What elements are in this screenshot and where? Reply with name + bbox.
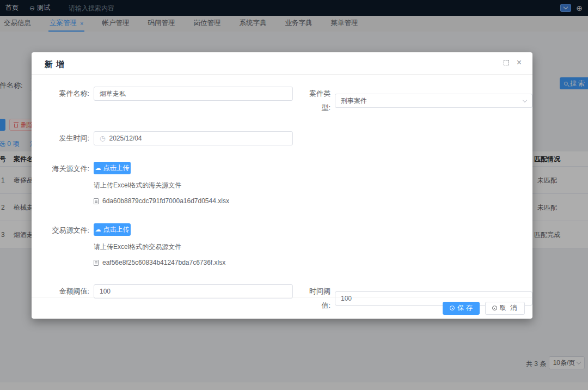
- close-icon[interactable]: ×: [517, 59, 522, 66]
- document-icon: [94, 198, 99, 204]
- circle-check-icon: [450, 306, 455, 310]
- trade-upload-tip: 请上传Excel格式的交易源文件: [94, 242, 225, 252]
- case-name-label: 案件名称:: [45, 87, 94, 101]
- clock-icon: ◷: [100, 135, 105, 142]
- chevron-down-icon: [523, 97, 527, 102]
- case-name-field-group: 案件名称:: [45, 87, 293, 101]
- trade-file-item[interactable]: eaf56e8f25c60834b41247bda7c6736f.xlsx: [94, 259, 225, 266]
- cloud-upload-icon: ☁: [95, 165, 101, 171]
- occur-time-field-group: 发生时间: ◷ 2025/12/04: [45, 131, 293, 145]
- dialog-header: 新 增 ×: [32, 52, 532, 75]
- trade-file-name: eaf56e8f25c60834b41247bda7c6736f.xlsx: [102, 259, 225, 266]
- save-button[interactable]: 保 存: [443, 302, 479, 315]
- trade-file-label: 交易源文件:: [45, 223, 94, 237]
- customs-upload-tip: 请上传Excel格式的海关源文件: [94, 181, 229, 190]
- case-name-input[interactable]: [94, 87, 293, 101]
- dialog-footer: 保 存 取 消: [32, 297, 532, 319]
- circle-close-icon: [492, 306, 497, 310]
- fullscreen-icon[interactable]: [504, 60, 509, 65]
- add-case-dialog: 新 增 × 案件名称: 案件类型: 刑事案件 发生时间: ◷ 2025/12/0…: [32, 52, 532, 319]
- trade-file-field-group: 交易源文件: ☁ 点击上传 请上传Excel格式的交易源文件 eaf56e8f2…: [45, 223, 225, 266]
- trade-upload-button[interactable]: ☁ 点击上传: [94, 223, 131, 236]
- case-type-value: 刑事案件: [341, 96, 523, 106]
- cloud-upload-icon: ☁: [95, 227, 101, 233]
- occur-time-label: 发生时间:: [45, 131, 94, 145]
- customs-file-name: 6da60b8879cdc791fd7000a16d7d0544.xlsx: [102, 197, 229, 205]
- customs-file-field-group: 海关源文件: ☁ 点击上传 请上传Excel格式的海关源文件 6da60b887…: [45, 162, 229, 205]
- case-type-field-group: 案件类型: 刑事案件: [303, 87, 532, 115]
- customs-file-item[interactable]: 6da60b8879cdc791fd7000a16d7d0544.xlsx: [94, 197, 229, 205]
- case-type-label: 案件类型:: [303, 87, 335, 115]
- customs-upload-button[interactable]: ☁ 点击上传: [94, 162, 131, 174]
- occur-time-datepicker[interactable]: ◷ 2025/12/04: [94, 131, 293, 145]
- dialog-title: 新 增: [45, 59, 65, 70]
- document-icon: [94, 260, 99, 266]
- cancel-button[interactable]: 取 消: [485, 302, 525, 315]
- case-type-select[interactable]: 刑事案件: [335, 94, 532, 108]
- occur-time-value: 2025/12/04: [109, 135, 142, 142]
- customs-file-label: 海关源文件:: [45, 162, 94, 176]
